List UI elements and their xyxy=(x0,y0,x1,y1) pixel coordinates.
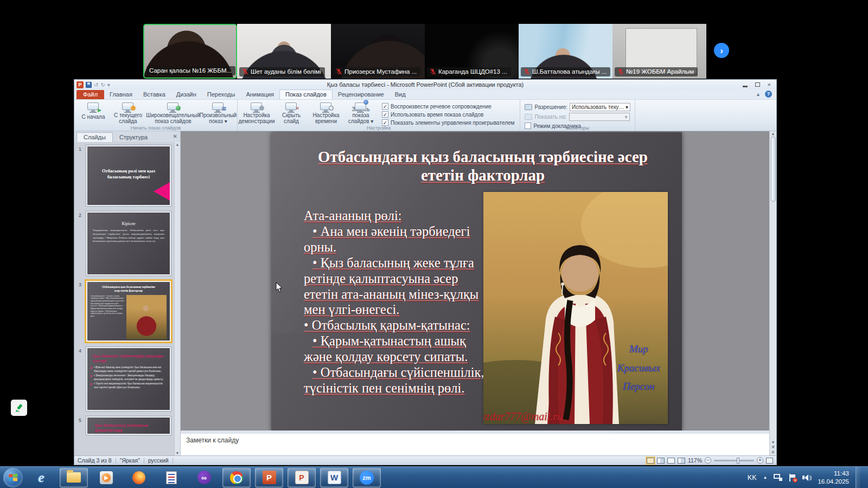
scroll-up-icon[interactable]: ▲ xyxy=(176,143,180,146)
taskbar-word[interactable]: W xyxy=(320,468,348,487)
scrollbar-thumb[interactable] xyxy=(771,137,776,202)
show-desktop-button[interactable] xyxy=(856,467,860,488)
pink-triangle-accent xyxy=(154,182,170,201)
vertical-scrollbar[interactable]: ▲ ▼ » » xyxy=(769,131,776,455)
theme-name[interactable]: "Яркая" xyxy=(120,457,140,464)
start-button[interactable] xyxy=(3,468,23,487)
notes-pane[interactable]: Заметки к слайду xyxy=(181,431,769,455)
internet-explorer-icon: e xyxy=(34,471,48,485)
redo-icon[interactable]: ↻ xyxy=(100,82,105,88)
zoom-slider[interactable] xyxy=(714,460,754,461)
close-button[interactable]: × xyxy=(768,81,771,88)
participant-tile[interactable]: №19 ЖОББМ Арайлым xyxy=(612,24,706,79)
record-icon xyxy=(354,102,367,105)
clock-icon xyxy=(320,102,333,111)
tab-transitions[interactable]: Переходы xyxy=(202,90,241,99)
panel-tab-outline[interactable]: Структура xyxy=(113,133,154,142)
zoom-out-button[interactable]: − xyxy=(705,457,711,464)
checkbox-play-narration[interactable]: ✓ Воспроизвести речевое сопровождение xyxy=(382,103,514,110)
custom-show-icon: ▦ xyxy=(212,102,225,111)
zoom-in-button[interactable]: + xyxy=(757,457,763,464)
slide-thumbnail-4[interactable]: 4 Қыз баласын тәрбиелеудің маңызды сәтте… xyxy=(86,347,167,411)
tab-home[interactable]: Главная xyxy=(104,90,138,99)
taskbar-powerpoint[interactable]: P xyxy=(255,468,283,487)
taskbar-chrome[interactable] xyxy=(222,468,251,487)
slide-title[interactable]: Отбасындағы қыз баласының тәрбиесіне әсе… xyxy=(315,147,651,184)
from-current-slide-button[interactable]: С текущего слайда xyxy=(111,101,145,124)
qat-dropdown-icon[interactable]: ▾ xyxy=(107,82,110,88)
help-icon[interactable]: ? xyxy=(765,91,772,98)
current-slide[interactable]: Отбасындағы қыз баласының тәрбиесіне әсе… xyxy=(271,132,682,431)
show-on-dropdown[interactable]: ▾ xyxy=(569,113,630,121)
resolution-dropdown[interactable]: Использовать текуще... ▾ xyxy=(570,103,630,111)
participant-tile[interactable]: Саран қаласы №16 ЖББМ... xyxy=(143,24,237,79)
tray-expand-icon[interactable]: ▲ xyxy=(763,475,768,480)
gallery-next-page-button[interactable]: › xyxy=(714,43,729,58)
language-indicator[interactable]: русский xyxy=(148,457,169,464)
slide-sorter-view-icon[interactable] xyxy=(657,458,665,464)
scroll-down-icon[interactable]: ▼ xyxy=(771,440,775,444)
normal-view-icon[interactable] xyxy=(647,458,654,464)
tab-animations[interactable]: Анимация xyxy=(240,90,279,99)
restore-button[interactable] xyxy=(755,82,760,87)
from-beginning-button[interactable]: ▶ С начала xyxy=(76,101,110,124)
taskbar-explorer[interactable] xyxy=(60,468,88,487)
tab-view[interactable]: Вид xyxy=(390,90,411,99)
keyboard-language[interactable]: KK xyxy=(748,474,757,481)
reading-view-icon[interactable] xyxy=(667,458,675,464)
checkbox-use-timings[interactable]: ✓ Использовать время показа слайдов xyxy=(382,111,514,118)
titlebar[interactable]: P ↺ ↻ ▾ Қыз баласы тәрбиесі - Microsoft … xyxy=(74,80,776,89)
desktop-screen: Саран қаласы №16 ЖББМ... Шет ауданы білі… xyxy=(0,0,868,488)
folder-icon xyxy=(67,471,81,485)
tab-slideshow[interactable]: Показ слайдов xyxy=(279,89,333,99)
tab-design[interactable]: Дизайн xyxy=(171,90,202,99)
taskbar-ie[interactable]: e xyxy=(27,468,55,487)
save-icon[interactable] xyxy=(86,82,92,88)
scroll-up-icon[interactable]: ▲ xyxy=(771,132,775,136)
setup-slideshow-button[interactable]: Настройка демонстрации xyxy=(240,101,273,124)
participant-tile[interactable]: Ш.Батталова атындағы ... xyxy=(519,24,612,79)
panel-tab-slides[interactable]: Слайды xyxy=(76,132,113,142)
tab-insert[interactable]: Вставка xyxy=(138,90,171,99)
participant-tile[interactable]: Приозерск Мустафина ... xyxy=(331,24,425,79)
slide-thumbnail-2[interactable]: 2 Кіріспе Тақырыптың маңыздылығы: Отбасы… xyxy=(86,211,167,275)
slide-photo-girl[interactable]: Мир Красивых Персон kyzdar777@mail.ru xyxy=(483,192,668,424)
taskbar-purple-app[interactable]: ∞ xyxy=(190,468,218,487)
slide-body-text[interactable]: Ата-ананың рөлі: • Ана мен әкенің тәрбие… xyxy=(304,208,495,396)
action-center-flag-icon[interactable]: ✕ xyxy=(789,474,796,481)
slide-thumbnail-1[interactable]: 1 Отбасының рөлі мен қыз баласының тәрби… xyxy=(86,145,167,206)
zoom-annotation-tool[interactable] xyxy=(11,400,27,416)
slide-thumbnail-5[interactable]: 5 Қыз баласының болашағын қалыптастыру xyxy=(86,416,167,435)
undo-icon[interactable]: ↺ xyxy=(94,82,98,88)
previous-slide-icon[interactable]: » xyxy=(770,445,776,448)
rehearse-timings-button[interactable]: Настройка времени xyxy=(309,101,343,124)
fit-to-window-button[interactable] xyxy=(766,458,773,464)
next-slide-icon[interactable]: » xyxy=(770,451,776,454)
participant-tile[interactable]: Караганда ШЦДО#13 ... xyxy=(425,24,519,79)
taskbar-firefox[interactable] xyxy=(125,468,153,487)
zoom-slider-thumb[interactable] xyxy=(737,458,739,464)
group-label: Мониторы xyxy=(520,125,635,131)
broadcast-slideshow-button[interactable]: Широковещательный показ слайдов xyxy=(146,101,200,124)
speaker-icon[interactable]: )) xyxy=(802,474,811,481)
tab-review[interactable]: Рецензирование xyxy=(333,90,390,99)
slide-canvas[interactable]: Отбасындағы қыз баласының тәрбиесіне әсе… xyxy=(181,131,769,431)
slideshow-view-icon[interactable] xyxy=(678,458,685,464)
taskbar-powerpoint-2[interactable]: P xyxy=(288,468,316,487)
panel-scrollbar[interactable]: ▲ ▼ xyxy=(174,142,180,455)
taskbar-media-player[interactable]: ▶ xyxy=(92,468,120,487)
record-slideshow-button[interactable]: Запись показа слайдов ▾ xyxy=(344,101,378,124)
scroll-down-icon[interactable]: ▼ xyxy=(176,451,180,455)
taskbar-zoom[interactable]: zm xyxy=(353,468,381,487)
clock[interactable]: 11:43 16.04.2025 xyxy=(818,470,849,486)
hide-slide-button[interactable]: ✕ Скрыть слайд xyxy=(275,101,308,124)
ribbon-collapse-icon[interactable]: ▲ xyxy=(756,92,761,97)
tab-file[interactable]: Файл xyxy=(76,90,104,99)
slide-thumbnail-3-selected[interactable]: 3 Отбасындағы қыз баласының тәрбиесіне ә… xyxy=(86,281,167,342)
custom-slideshow-button[interactable]: ▦ Произвольный показ ▾ xyxy=(201,101,235,124)
participant-tile[interactable]: Шет ауданы білім бөлімі xyxy=(237,24,331,79)
minimize-button[interactable] xyxy=(743,86,748,87)
taskbar-notepad-app[interactable] xyxy=(157,468,186,487)
panel-close-icon[interactable]: ✕ xyxy=(173,133,177,139)
network-icon[interactable] xyxy=(774,474,782,481)
